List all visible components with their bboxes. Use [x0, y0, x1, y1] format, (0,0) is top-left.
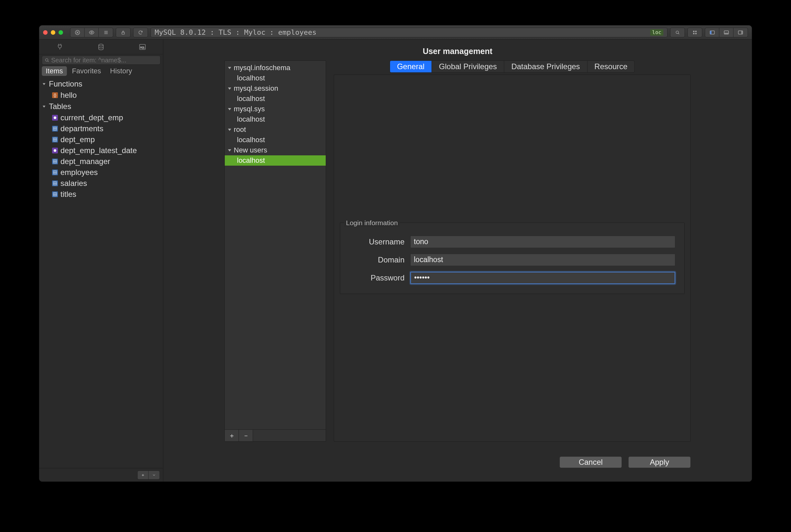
traffic-lights	[43, 30, 63, 35]
stop-button[interactable]	[71, 28, 84, 37]
svg-point-3	[91, 32, 92, 33]
add-user-button[interactable]: ＋	[225, 430, 239, 441]
username-input[interactable]	[410, 236, 675, 248]
search-toolbar-icon[interactable]	[670, 28, 685, 37]
table-icon	[52, 180, 58, 186]
username-label: Username	[349, 238, 410, 246]
panel-right-icon[interactable]	[733, 28, 748, 37]
item-label: titles	[60, 190, 76, 199]
svg-point-20	[99, 44, 103, 46]
dialog-buttons: Cancel Apply	[225, 445, 691, 481]
remove-user-button[interactable]: －	[239, 430, 253, 441]
user-host[interactable]: localhost	[225, 94, 326, 104]
panel-toggle-group	[705, 28, 748, 37]
tree-item[interactable]: dept_emp_latest_date	[39, 145, 163, 156]
user-group[interactable]: mysql.infoschema	[225, 63, 326, 73]
table-icon	[52, 137, 58, 142]
lock-icon[interactable]	[116, 28, 131, 37]
sidebar-tabs: Items Favorites History	[39, 66, 163, 76]
dialog-title: User management	[225, 40, 691, 60]
tab-items[interactable]: Items	[42, 66, 67, 76]
item-label: dept_emp_latest_date	[60, 146, 137, 155]
tab-history[interactable]: History	[106, 66, 136, 76]
tree-item[interactable]: titles	[39, 189, 163, 200]
sidebar: SQL Items Favorites History Fun	[39, 40, 163, 481]
tree-item[interactable]: dept_emp	[39, 134, 163, 145]
group-tables[interactable]: Tables	[39, 101, 163, 112]
main-area: User management mysql.infoschema localho…	[163, 40, 752, 481]
view-icon	[52, 148, 58, 153]
svg-text:SQL: SQL	[140, 46, 145, 49]
tree-item[interactable]: departments	[39, 123, 163, 134]
password-label: Password	[349, 273, 410, 282]
tree-item-hello[interactable]: {} hello	[39, 90, 163, 101]
sidebar-footer: ＋	[39, 468, 163, 481]
titlebar: MySQL 8.0.12 : TLS : Myloc : employees l…	[39, 25, 752, 40]
search-row	[39, 54, 163, 66]
general-card: Login information Username Domain	[334, 75, 691, 442]
tab-global-privileges[interactable]: Global Privileges	[432, 61, 504, 72]
user-host[interactable]: localhost	[225, 73, 326, 83]
add-button[interactable]: ＋	[138, 471, 149, 479]
breadcrumb[interactable]: MySQL 8.0.12 : TLS : Myloc : employees l…	[151, 28, 668, 37]
domain-label: Domain	[349, 255, 410, 264]
user-group[interactable]: mysql.session	[225, 83, 326, 94]
svg-point-23	[45, 59, 48, 61]
group-label: Tables	[49, 102, 71, 111]
tab-resource[interactable]: Resource	[587, 61, 635, 72]
group-functions[interactable]: Functions	[39, 78, 163, 90]
plug-icon[interactable]	[55, 42, 65, 52]
svg-rect-19	[741, 31, 743, 34]
preview-icon[interactable]	[84, 28, 99, 37]
tab-database-privileges[interactable]: Database Privileges	[504, 61, 587, 72]
user-group[interactable]: root	[225, 125, 326, 135]
svg-point-8	[676, 31, 678, 34]
sidebar-tree: Functions {} hello Tables current_dept_e…	[39, 76, 163, 468]
sql-icon[interactable]: SQL	[138, 42, 147, 52]
user-tree: mysql.infoschema localhost mysql.session…	[225, 61, 326, 430]
breadcrumb-text: MySQL 8.0.12 : TLS : Myloc : employees	[155, 28, 316, 36]
detail-panel: General Global Privileges Database Privi…	[334, 60, 691, 442]
add-chevron-icon[interactable]	[149, 471, 159, 479]
tree-item[interactable]: employees	[39, 167, 163, 178]
user-group[interactable]: mysql.sys	[225, 104, 326, 114]
item-label: current_dept_emp	[60, 113, 123, 122]
user-list-panel: mysql.infoschema localhost mysql.session…	[225, 60, 326, 442]
search-input[interactable]	[42, 56, 160, 65]
window-body: SQL Items Favorites History Fun	[39, 40, 752, 481]
user-host[interactable]: localhost	[225, 135, 326, 145]
panel-left-icon[interactable]	[705, 28, 719, 37]
svg-line-9	[678, 33, 679, 34]
user-group[interactable]: New users	[225, 145, 326, 155]
table-icon	[52, 158, 58, 164]
app-window: MySQL 8.0.12 : TLS : Myloc : employees l…	[39, 25, 752, 482]
database-icon[interactable]	[96, 42, 106, 52]
item-label: employees	[60, 168, 98, 177]
svg-rect-11	[695, 31, 696, 32]
tree-item[interactable]: dept_manager	[39, 156, 163, 167]
cancel-button[interactable]: Cancel	[559, 456, 622, 468]
apply-button[interactable]: Apply	[628, 456, 691, 468]
grid-icon[interactable]	[688, 28, 702, 37]
window-close[interactable]	[43, 30, 47, 35]
function-icon: {}	[52, 92, 58, 98]
domain-input[interactable]	[410, 254, 675, 266]
table-icon	[52, 191, 58, 197]
tree-item[interactable]: salaries	[39, 178, 163, 189]
svg-rect-17	[724, 33, 729, 34]
fieldset-legend: Login information	[344, 219, 400, 227]
tree-item[interactable]: current_dept_emp	[39, 112, 163, 123]
svg-rect-13	[695, 33, 696, 34]
user-host[interactable]: localhost	[225, 114, 326, 125]
tab-general[interactable]: General	[390, 61, 432, 72]
user-host-selected[interactable]: localhost	[225, 155, 326, 166]
refresh-icon[interactable]	[133, 28, 148, 37]
add-dropdown: ＋	[137, 471, 160, 479]
window-minimize[interactable]	[51, 30, 55, 35]
tab-favorites[interactable]: Favorites	[68, 66, 105, 76]
password-input[interactable]	[410, 272, 675, 284]
group-label: Functions	[49, 79, 82, 89]
panel-bottom-icon[interactable]	[719, 28, 733, 37]
window-zoom[interactable]	[59, 30, 63, 35]
list-icon[interactable]	[99, 28, 113, 37]
